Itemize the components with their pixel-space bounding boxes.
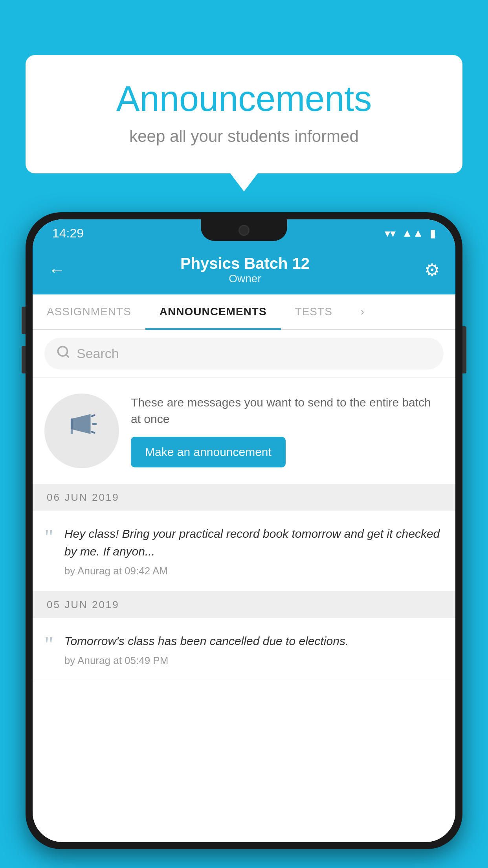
battery-icon: ▮ (430, 227, 436, 240)
app-header: ← Physics Batch 12 Owner ⚙ (33, 247, 455, 294)
tab-tests[interactable]: TESTS (281, 294, 347, 329)
phone-frame: 14:29 ▾▾ ▲▲ ▮ ← Physics Batch 12 Owner ⚙ (26, 212, 462, 849)
back-button[interactable]: ← (48, 260, 66, 280)
message-content-1: Hey class! Bring your practical record b… (64, 525, 441, 577)
date-divider-1: 06 JUN 2019 (33, 484, 455, 511)
announcement-icon-circle (44, 394, 119, 468)
bubble-title: Announcements (57, 79, 431, 119)
tab-announcements[interactable]: ANNOUNCEMENTS (145, 294, 281, 329)
quote-icon-2: " (44, 634, 53, 656)
quote-icon-1: " (44, 526, 53, 548)
signal-icon: ▲▲ (402, 227, 424, 239)
tab-more[interactable]: › (347, 294, 379, 329)
owner-subtitle: Owner (180, 272, 310, 285)
tab-assignments[interactable]: ASSIGNMENTS (33, 294, 145, 329)
search-icon (56, 345, 70, 362)
date-divider-2: 05 JUN 2019 (33, 592, 455, 618)
speech-bubble-section: Announcements keep all your students inf… (26, 55, 462, 173)
message-text-2: Tomorrow's class has been cancelled due … (64, 632, 441, 650)
svg-line-1 (66, 355, 69, 357)
main-content: Search (33, 330, 455, 842)
phone-wrapper: 14:29 ▾▾ ▲▲ ▮ ← Physics Batch 12 Owner ⚙ (26, 212, 462, 868)
phone-screen: 14:29 ▾▾ ▲▲ ▮ ← Physics Batch 12 Owner ⚙ (33, 219, 455, 842)
announcement-right: These are messages you want to send to t… (131, 394, 444, 467)
megaphone-icon (64, 410, 99, 452)
announcement-description: These are messages you want to send to t… (131, 394, 444, 427)
search-input-wrapper[interactable]: Search (44, 338, 444, 370)
message-content-2: Tomorrow's class has been cancelled due … (64, 632, 441, 667)
batch-title: Physics Batch 12 (180, 255, 310, 272)
bubble-subtitle: keep all your students informed (57, 127, 431, 146)
header-title-area: Physics Batch 12 Owner (180, 255, 310, 285)
phone-notch (201, 219, 287, 241)
search-bar: Search (33, 330, 455, 378)
make-announcement-button[interactable]: Make an announcement (131, 437, 286, 467)
speech-bubble-card: Announcements keep all your students inf… (26, 55, 462, 173)
search-input[interactable]: Search (77, 346, 119, 361)
message-text-1: Hey class! Bring your practical record b… (64, 525, 441, 560)
power-button[interactable] (462, 326, 466, 373)
announcement-prompt: These are messages you want to send to t… (33, 378, 455, 484)
tabs-bar: ASSIGNMENTS ANNOUNCEMENTS TESTS › (33, 294, 455, 330)
settings-icon[interactable]: ⚙ (424, 260, 440, 280)
volume-down-button[interactable] (22, 346, 26, 373)
volume-up-button[interactable] (22, 307, 26, 334)
message-author-1: by Anurag at 09:42 AM (64, 565, 441, 577)
message-item-1: " Hey class! Bring your practical record… (33, 511, 455, 592)
message-item-2: " Tomorrow's class has been cancelled du… (33, 618, 455, 681)
message-author-2: by Anurag at 05:49 PM (64, 655, 441, 667)
front-camera (238, 225, 250, 236)
status-icons: ▾▾ ▲▲ ▮ (385, 227, 436, 240)
wifi-icon: ▾▾ (385, 227, 396, 240)
